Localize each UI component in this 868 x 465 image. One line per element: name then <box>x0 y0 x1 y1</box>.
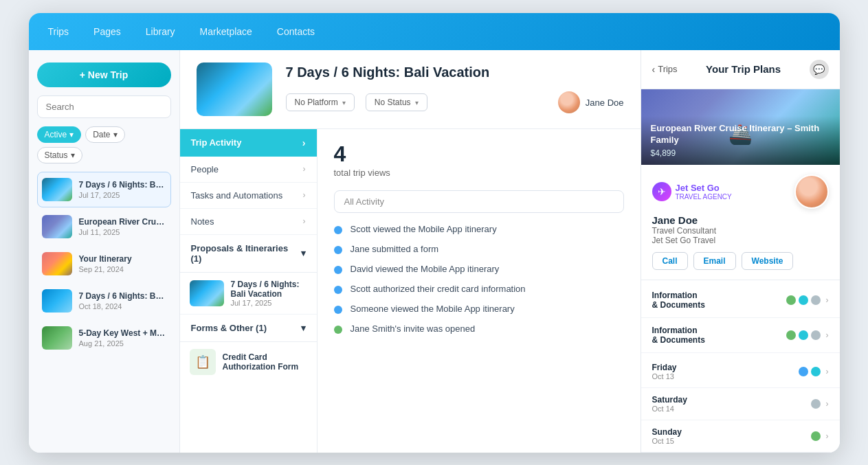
activity-entry: David viewed the Mobile App itinerary <box>334 264 624 274</box>
day-label: Friday <box>652 363 799 372</box>
search-input[interactable] <box>37 95 171 118</box>
menu-item-notes[interactable]: Notes › <box>180 209 317 235</box>
doc-dots <box>786 330 821 340</box>
chevron-down-icon: ▾ <box>113 130 118 139</box>
activity-dot <box>334 306 342 314</box>
status-badge[interactable]: No Status ▾ <box>366 93 427 111</box>
nav-trips[interactable]: Trips <box>48 26 69 37</box>
date-row-friday[interactable]: Friday Oct 13 › <box>641 356 840 388</box>
trip-date: Sep 21, 2024 <box>79 265 166 273</box>
back-button[interactable]: ‹ Trips <box>652 64 678 75</box>
form-info: Credit Card Authorization Form <box>223 352 307 372</box>
top-nav: Trips Pages Library Marketplace Contacts <box>29 13 840 50</box>
activity-feed: 4 total trip views All Activity Scott vi… <box>318 129 641 453</box>
nav-library[interactable]: Library <box>146 26 175 37</box>
activity-dot <box>334 286 342 294</box>
nav-contacts[interactable]: Contacts <box>277 26 315 37</box>
trip-header-info: 7 Days / 6 Nights: Bali Vacation No Plat… <box>286 65 624 113</box>
agent-name-label: Jane Doe <box>586 98 624 108</box>
activity-stats: 4 total trip views <box>334 143 624 178</box>
list-item[interactable]: 7 Days / 6 Nights: Bali Va... Jul 17, 20… <box>37 172 171 207</box>
doc-row[interactable]: Information& Documents › <box>641 318 840 353</box>
activity-dot <box>334 326 342 334</box>
list-item[interactable]: 7 Days / 6 Nights: Bali Va... Oct 18, 20… <box>37 283 171 319</box>
app-container: Trips Pages Library Marketplace Contacts… <box>29 13 840 453</box>
trip-name: 7 Days / 6 Nights: Bali Va... <box>79 180 166 190</box>
day-label: Saturday <box>652 395 811 405</box>
doc-row-label: Information& Documents <box>652 291 786 310</box>
proposal-thumbnail <box>190 280 224 306</box>
chevron-right-icon: › <box>303 190 306 200</box>
chevron-right-icon: › <box>303 216 306 226</box>
list-item[interactable]: Your Itinerary Sep 21, 2024 <box>37 246 171 282</box>
proposals-header[interactable]: Proposals & Itineraries (1) ▾ <box>180 235 317 273</box>
activity-text: David viewed the Mobile App itinerary <box>350 264 500 274</box>
stat-number: 4 <box>334 143 624 165</box>
chevron-right-icon: › <box>826 367 829 376</box>
avatar <box>558 91 580 113</box>
doc-rows: Information& Documents › Information& Do… <box>641 280 840 356</box>
date-label: Oct 14 <box>652 405 811 413</box>
date-row-sunday[interactable]: Sunday Oct 15 › <box>641 420 840 453</box>
trip-thumbnail <box>42 178 72 201</box>
date-rows: Friday Oct 13 › Saturday Oct 14 <box>641 356 840 453</box>
status-dot <box>799 367 808 376</box>
trip-name: 7 Days / 6 Nights: Bali Va... <box>79 291 166 301</box>
chat-icon[interactable]: 💬 <box>810 60 829 79</box>
proposal-date: Jul 17, 2025 <box>231 299 307 307</box>
proposal-item[interactable]: 7 Days / 6 Nights: Bali Vacation Jul 17,… <box>180 273 317 315</box>
status-dot <box>786 330 796 340</box>
status-dot <box>811 295 821 305</box>
call-button[interactable]: Call <box>652 252 688 270</box>
activity-entry: Jane Smith's invite was opened <box>334 324 624 334</box>
date-label: Oct 13 <box>652 372 799 381</box>
featured-card[interactable]: 🚢 European River Cruise Itinerary – Smit… <box>641 89 840 165</box>
activity-entry: Scott viewed the Mobile App itinerary <box>334 224 624 234</box>
proposal-title: 7 Days / 6 Nights: Bali Vacation <box>231 280 307 299</box>
list-item[interactable]: 5-Day Key West + Mexico... Aug 21, 2025 <box>37 320 171 356</box>
nav-marketplace[interactable]: Marketplace <box>200 26 252 37</box>
filter-active[interactable]: Active ▾ <box>37 126 82 143</box>
agent-details: Jane Doe Travel Consultant Jet Set Go Tr… <box>652 214 829 245</box>
proposal-info: 7 Days / 6 Nights: Bali Vacation Jul 17,… <box>231 280 307 307</box>
form-title: Credit Card Authorization Form <box>223 352 307 372</box>
date-label: Oct 15 <box>652 437 811 445</box>
chevron-right-icon: › <box>826 330 829 340</box>
platform-badge[interactable]: No Platform ▾ <box>286 93 355 111</box>
agent-full-name: Jane Doe <box>652 214 829 226</box>
filter-row: Active ▾ Date ▾ Status ▾ <box>37 126 171 163</box>
status-dot <box>786 295 796 305</box>
activity-filter[interactable]: All Activity <box>334 190 624 213</box>
filter-date[interactable]: Date ▾ <box>85 126 124 143</box>
list-item[interactable]: European River Cruise It... Jul 11, 2025 <box>37 209 171 245</box>
sidebar: + New Trip Active ▾ Date ▾ Status ▾ <box>29 50 180 453</box>
agent-role: Travel Consultant <box>652 226 829 236</box>
filter-status[interactable]: Status ▾ <box>37 147 82 163</box>
website-button[interactable]: Website <box>742 252 794 270</box>
doc-row[interactable]: Information& Documents › <box>641 283 840 318</box>
email-button[interactable]: Email <box>693 252 736 270</box>
agent-card-header: ✈ Jet Set Go TRAVEL AGENCY <box>652 174 829 209</box>
activity-text: Scott authorized their credit card infor… <box>350 284 526 294</box>
menu-item-people[interactable]: People › <box>180 157 317 183</box>
trip-thumbnail <box>42 326 72 350</box>
form-item[interactable]: 📋 Credit Card Authorization Form <box>180 342 317 382</box>
chevron-down-icon: ▾ <box>301 248 306 258</box>
activity-dot <box>334 266 342 274</box>
chevron-right-icon: › <box>303 164 306 174</box>
trip-date: Jul 11, 2025 <box>79 228 166 236</box>
forms-header[interactable]: Forms & Other (1) ▾ <box>180 315 317 342</box>
agency-sub: TRAVEL AGENCY <box>676 193 732 201</box>
menu-item-tasks[interactable]: Tasks and Automations › <box>180 183 317 209</box>
status-dot <box>799 330 808 340</box>
nav-pages[interactable]: Pages <box>93 26 121 37</box>
activity-entry: Scott authorized their credit card infor… <box>334 284 624 294</box>
right-panel-header: ‹ Trips Your Trip Plans 💬 <box>641 50 840 89</box>
date-row-saturday[interactable]: Saturday Oct 14 › <box>641 388 840 420</box>
activity-entry: Someone viewed the Mobile App itinerary <box>334 304 624 314</box>
new-trip-button[interactable]: + New Trip <box>37 63 171 87</box>
featured-card-title: European River Cruise Itinerary – Smith … <box>651 123 830 146</box>
trip-activity-header[interactable]: Trip Activity › <box>180 129 317 157</box>
right-panel: ‹ Trips Your Trip Plans 💬 🚢 European Riv… <box>641 50 840 453</box>
status-dot <box>811 431 821 441</box>
